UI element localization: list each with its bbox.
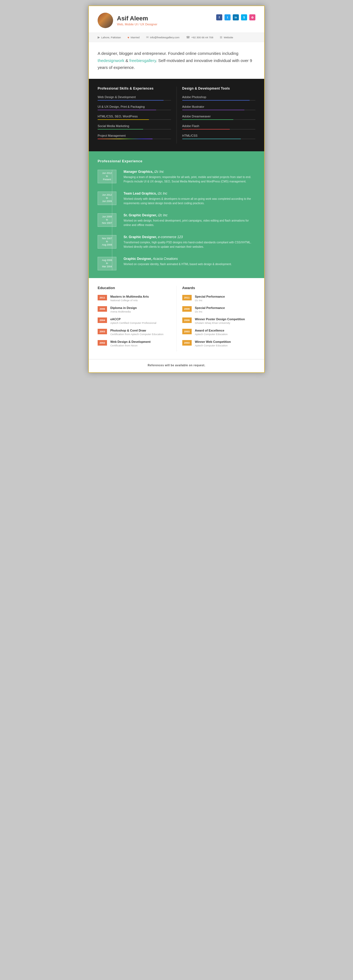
job-title: Sr. Graphic Designer, e-commerce 123 xyxy=(123,235,256,239)
timeline-content: Manager Graphics, i2c Inc Managing a tea… xyxy=(121,170,256,184)
header-section: Asif Aleem Web, Mobile UI / UX Designer … xyxy=(89,6,264,32)
professional-skills-col: Professional Skills & Experiences Web De… xyxy=(97,86,177,143)
timeline-date: Jun 2012toJun 2009 xyxy=(97,191,117,205)
skill-item: Adobe Dreamweaver xyxy=(182,115,256,120)
bio-link-2[interactable]: freebiesgallery xyxy=(129,58,156,63)
company-name: i2c Inc xyxy=(158,213,168,217)
job-desc: Worked on corporate identity, flash anim… xyxy=(123,262,256,267)
skill-name: Project Management xyxy=(97,134,171,137)
dribbble-icon[interactable]: ✿ xyxy=(249,14,256,21)
monitor-icon: ⊞ xyxy=(220,35,222,39)
skill-name: HTML/CSS xyxy=(182,134,256,137)
timeline-content: Sr. Graphic Designer, e-commerce 123 Tra… xyxy=(121,235,256,249)
award-details: Winner Poster Design Competition Ghulam … xyxy=(195,318,245,325)
website-text: Website xyxy=(224,36,233,39)
skill-name: Web Design & Development xyxy=(97,95,171,99)
edu-title: Diploma in Design xyxy=(110,306,137,310)
skills-heading-1: Professional Skills & Experiences xyxy=(97,86,171,91)
award-details: Winner Web Competition Aptech Computer E… xyxy=(195,340,231,347)
edu-details: Photoshop & Corel Draw Certification fro… xyxy=(110,329,163,336)
timeline-content: Sr. Graphic Designer, i2c Inc Worked on … xyxy=(121,213,256,228)
award-item: 2003 Award of Excellence Aptech Computer… xyxy=(182,329,256,336)
job-title: Manager Graphics, i2c Inc xyxy=(123,170,256,173)
edu-school: Certification from Aptech Computer Educa… xyxy=(110,332,163,336)
award-item: 2011 Special Performance i2c Inc xyxy=(182,295,256,302)
contact-phone: ☎ +92 300 66 44 708 xyxy=(186,35,214,39)
contact-website: ⊞ Website xyxy=(220,35,233,39)
award-title: Award of Excellence xyxy=(195,329,228,332)
award-item: 2009 Special Performance i2c Inc xyxy=(182,306,256,313)
skill-bar xyxy=(97,110,171,110)
award-title: Winner Poster Design Competition xyxy=(195,318,245,321)
edu-details: Web Design & Development Certification f… xyxy=(110,340,150,347)
job-title: Sr. Graphic Designer, i2c Inc xyxy=(123,213,256,217)
award-year: 2011 xyxy=(182,295,192,301)
company-name: Acacia Creations xyxy=(153,257,178,261)
timeline-content: Team Lead Graphics, i2c Inc Worked close… xyxy=(121,191,256,205)
twitter-icon[interactable]: t xyxy=(225,14,230,21)
skype-icon[interactable]: S xyxy=(241,14,247,21)
skill-bar-fill xyxy=(97,138,152,139)
skill-bar xyxy=(182,119,256,120)
edu-title: Web Design & Development xyxy=(110,340,150,344)
education-heading: Education xyxy=(97,286,171,290)
skill-bar xyxy=(97,119,171,120)
experience-heading: Professional Experience xyxy=(97,159,256,163)
award-org: Aptech Computer Education xyxy=(195,332,228,336)
skills-heading-2: Design & Development Tools xyxy=(182,86,256,91)
resume-container: Asif Aleem Web, Mobile UI / UX Designer … xyxy=(88,5,265,373)
location-text: Lahore, Pakistan xyxy=(101,36,121,39)
skill-bar-fill xyxy=(182,138,241,139)
edu-awards-section: Education 2011 Masters in Multimedia Art… xyxy=(89,278,264,359)
skill-bar xyxy=(97,100,171,100)
company-name: e-commerce 123 xyxy=(158,235,183,239)
skill-item: Project Management xyxy=(97,134,171,139)
edu-title: eACCP xyxy=(110,318,157,321)
skill-bar-fill xyxy=(97,110,156,110)
tools-skills-col: Design & Development Tools Adobe Photosh… xyxy=(177,86,256,143)
skill-item: HTML/CSS, SEO, WordPress xyxy=(97,115,171,120)
contact-bar: ▶ Lahore, Pakistan ♥ Married ✉ info@free… xyxy=(89,32,264,42)
contact-status: ♥ Married xyxy=(128,36,139,39)
job-title: Team Lead Graphics, i2c Inc xyxy=(123,191,256,196)
award-item: 2009 Winner Poster Design Competition Gh… xyxy=(182,318,256,325)
job-desc: Managing a team of designers; responsibl… xyxy=(123,175,256,184)
skill-bar-fill xyxy=(182,110,244,110)
edu-details: Masters in Multimedia Arts National Coll… xyxy=(110,295,149,302)
bio-section: A designer, blogger and entrepreneur. Fo… xyxy=(89,42,264,79)
award-title: Special Performance xyxy=(195,306,225,310)
job-desc: Worked on web design, front-end developm… xyxy=(123,218,256,228)
footer-section: References will be available on request. xyxy=(89,359,264,372)
timeline-date: Jun 2009toNov 2007 xyxy=(97,213,117,227)
job-title: Graphic Designer, Acacia Creations xyxy=(123,257,256,261)
award-org: i2c Inc xyxy=(195,310,225,313)
timeline-item: Jun 2009toNov 2007 Sr. Graphic Designer,… xyxy=(97,213,256,228)
social-icons: f t in S ✿ xyxy=(216,14,256,21)
skills-section: Professional Skills & Experiences Web De… xyxy=(89,79,264,151)
timeline-date: Nov 2007toAug 2006 xyxy=(97,235,117,249)
skill-bar-fill xyxy=(182,119,233,120)
education-col: Education 2011 Masters in Multimedia Art… xyxy=(97,286,177,352)
bio-link-1[interactable]: thedesignwork xyxy=(97,58,125,63)
skill-bar-fill xyxy=(182,129,230,129)
timeline-date: Jun 2012toPresent xyxy=(97,170,117,183)
contact-location: ▶ Lahore, Pakistan xyxy=(97,35,121,39)
skill-bar-fill xyxy=(97,129,143,129)
facebook-icon[interactable]: f xyxy=(216,14,222,21)
status-text: Married xyxy=(131,36,139,39)
header-left: Asif Aleem Web, Mobile UI / UX Designer xyxy=(97,13,158,28)
skill-item: Adobe Illustrator xyxy=(182,105,256,110)
skill-bar xyxy=(182,110,256,110)
contact-email: ✉ info@freebiesgallery.com xyxy=(146,35,179,39)
award-details: Special Performance i2c Inc xyxy=(195,306,225,313)
skill-item: Adobe Photoshop xyxy=(182,95,256,100)
timeline-item: Aug 2006toMar 2004 Graphic Designer, Aca… xyxy=(97,257,256,270)
linkedin-icon[interactable]: in xyxy=(233,14,239,21)
header-info: Asif Aleem Web, Mobile UI / UX Designer xyxy=(117,15,158,26)
skill-item: Web Design & Development xyxy=(97,95,171,100)
timeline: Jun 2012toPresent Manager Graphics, i2c … xyxy=(97,170,256,270)
edu-school: Aptech Certified Computer Professional xyxy=(110,321,157,325)
timeline-content: Graphic Designer, Acacia Creations Worke… xyxy=(121,257,256,270)
edu-item: 2003 Photoshop & Corel Draw Certificatio… xyxy=(97,329,171,336)
skill-item: UI & UX Design, Print & Packaging xyxy=(97,105,171,110)
